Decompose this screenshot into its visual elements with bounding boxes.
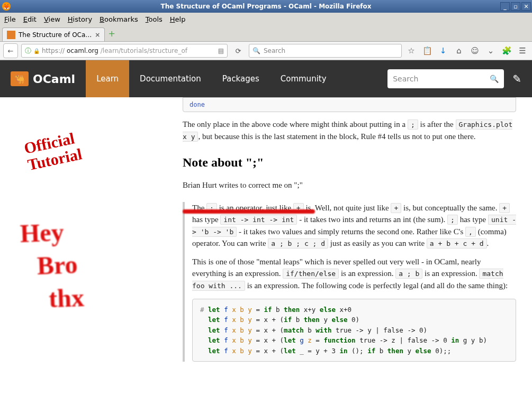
extension-icon[interactable]: 🧩: [500, 44, 513, 57]
code-block: # let f x b y = if b then x+y else x+0 l…: [192, 299, 516, 362]
edit-pencil-icon[interactable]: ✎: [512, 72, 521, 85]
nav-learn[interactable]: Learn: [86, 60, 129, 97]
site-search-input[interactable]: Search 🔍: [387, 69, 504, 88]
search-placeholder: Search: [264, 47, 285, 54]
browser-toolbar: ← ⓘ 🔒 https://ocaml.org/learn/tutorials/…: [0, 41, 532, 60]
tab-bar: The Structure of OCa… × +: [0, 25, 532, 41]
lock-icon: 🔒: [33, 48, 40, 54]
minimize-button[interactable]: _: [500, 2, 510, 11]
quote-paragraph-2: This is one of those "mental leaps" whic…: [192, 256, 516, 292]
camel-icon: 🐫: [11, 71, 29, 86]
clipboard-icon[interactable]: 📋: [421, 44, 434, 57]
nav-community[interactable]: Community: [270, 60, 337, 97]
search-bar[interactable]: 🔍 Search: [249, 44, 402, 58]
quote-paragraph-1: The ; is an operator, just like + is. We…: [192, 202, 516, 250]
nav-packages[interactable]: Packages: [212, 60, 270, 97]
code-snippet-top: done: [183, 97, 516, 112]
inline-code: ;: [408, 119, 418, 130]
url-bar[interactable]: ⓘ 🔒 https://ocaml.org/learn/tutorials/st…: [21, 44, 228, 58]
browser-tab[interactable]: The Structure of OCa… ×: [2, 27, 105, 41]
back-button[interactable]: ←: [3, 43, 18, 58]
maximize-button[interactable]: ▫: [511, 2, 520, 11]
bookmark-star-icon[interactable]: ☆: [405, 44, 418, 57]
home-icon[interactable]: ⌂: [453, 44, 465, 57]
menu-help[interactable]: Help: [170, 15, 186, 23]
site-logo[interactable]: 🐫 OCaml: [11, 71, 75, 86]
reload-button[interactable]: ⟳: [231, 43, 246, 58]
site-search-placeholder: Search: [393, 75, 418, 83]
close-button[interactable]: ✕: [521, 2, 531, 11]
save-icon[interactable]: ⌄: [484, 44, 497, 57]
firefox-icon: 🦊: [2, 2, 11, 11]
url-domain: ocaml.org: [67, 47, 98, 54]
tab-title: The Structure of OCa…: [19, 31, 92, 39]
article-body: done The only place in the above code wh…: [183, 97, 532, 414]
blockquote: The ; is an operator, just like + is. We…: [183, 202, 516, 362]
paragraph-1: The only place in the above code where m…: [183, 118, 516, 142]
tab-close-button[interactable]: ×: [95, 31, 100, 39]
url-protocol: https://: [42, 47, 65, 54]
hamburger-icon[interactable]: ☰: [516, 44, 529, 57]
logo-text: OCaml: [33, 72, 75, 86]
page-content: 🐫 OCaml Learn Documentation Packages Com…: [0, 60, 532, 414]
search-icon: 🔍: [253, 47, 260, 54]
new-tab-button[interactable]: +: [108, 29, 119, 39]
menu-bookmarks[interactable]: Bookmarks: [100, 15, 138, 23]
favicon-icon: [7, 31, 15, 39]
site-header: 🐫 OCaml Learn Documentation Packages Com…: [0, 60, 532, 97]
annotation-area: Official Tutorial Hey Bro thx: [0, 97, 183, 414]
url-path: /learn/tutorials/structure_of: [101, 47, 187, 54]
paragraph-2: Brian Hurt writes to correct me on ";": [183, 179, 516, 191]
menu-view[interactable]: View: [44, 15, 60, 23]
section-heading: Note about ";": [183, 153, 516, 172]
official-tutorial-stamp: Official Tutorial: [23, 129, 84, 173]
pocket-icon[interactable]: ☺: [468, 44, 481, 57]
hey-bro-thx-scribble: Hey Bro thx: [20, 215, 85, 316]
window-title: The Structure of OCaml Programs - OCaml …: [160, 3, 371, 10]
window-titlebar: 🦊 The Structure of OCaml Programs - OCam…: [0, 0, 532, 13]
site-search-icon: 🔍: [490, 75, 499, 83]
menu-file[interactable]: File: [4, 15, 16, 23]
info-icon[interactable]: ⓘ: [25, 47, 31, 56]
red-underline-annotation: [183, 209, 315, 214]
download-icon[interactable]: ↓: [437, 44, 449, 57]
menu-tools[interactable]: Tools: [146, 15, 163, 23]
reader-mode-icon[interactable]: ▤: [218, 47, 224, 54]
menu-edit[interactable]: Edit: [23, 15, 37, 23]
menu-history[interactable]: History: [68, 15, 92, 23]
nav-documentation[interactable]: Documentation: [129, 60, 212, 97]
menubar: File Edit View History Bookmarks Tools H…: [0, 13, 532, 25]
